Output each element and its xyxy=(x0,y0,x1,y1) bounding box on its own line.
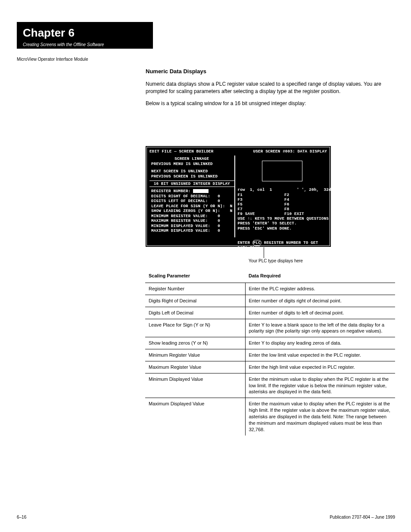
enter-prompt: ENTER PLC REGISTER NUMBER TO GET xyxy=(238,240,331,246)
dos-section-heading: 16 BIT UNSIGNED INTEGER DISPLAY xyxy=(149,180,234,187)
cursor-icon xyxy=(193,189,209,193)
dos-field: DIGITS LEFT OF DECIMAL: 0 xyxy=(151,199,233,204)
section-heading: Numeric Data Displays xyxy=(146,68,395,75)
table-row: Maximum Register ValueEnter the high lim… xyxy=(145,361,395,373)
dos-field: MAXIMUM DISPLAYED VALUE: 0 xyxy=(151,228,233,233)
table-row: Register NumberEnter the PLC register ad… xyxy=(145,283,395,295)
hint-line: PRESS 'ENTER' TO SELECT. xyxy=(238,221,331,226)
dos-left-panel: SCREEN LINKAGE PREVIOUS MENU IS UNLINKED… xyxy=(149,156,235,237)
dos-field: MAXIMUM REGISTER VALUE: 0 xyxy=(151,218,233,224)
table-row: Minimum Register ValueEnter the low limi… xyxy=(145,349,395,361)
table-row: Maximum Displayed ValueEnter the maximum… xyxy=(145,398,395,436)
intro-paragraph: Below is a typical scaling window for a … xyxy=(146,100,395,107)
fkey: F6 xyxy=(284,202,331,207)
dos-field: MINIMUM REGISTER VALUE: 0 xyxy=(151,214,233,219)
table-header: Data Required xyxy=(245,271,395,283)
param-description: Enter the PLC register address. xyxy=(245,283,395,295)
dos-field: SHOW LEADING ZEROS (Y OR N): N xyxy=(151,208,233,214)
param-name: Show leading zeros (Y or N) xyxy=(145,337,245,349)
page-number: 6–16 xyxy=(17,515,26,520)
param-name: Minimum Register Value xyxy=(145,349,245,361)
param-name: Digits Left of Decimal xyxy=(145,307,245,319)
fkey: F5 xyxy=(238,202,285,207)
enter-prompt: DATA FROM. xyxy=(238,246,331,251)
fkey: F7 xyxy=(238,207,285,212)
linkage-line: PREVIOUS MENU IS UNLINKED xyxy=(151,162,233,167)
plc-label: PLC xyxy=(252,240,262,246)
param-description: Enter the minimum value to display when … xyxy=(245,373,395,398)
hint-line: PRESS 'ESC' WHEN DONE. xyxy=(238,226,331,231)
position-readout: row 1, col 1 ' ', 20h, 32d xyxy=(238,187,331,193)
page-footer: 6–16 Publication 2707-804 – June 1999 xyxy=(17,515,395,520)
param-description: Enter the high limit value expected in P… xyxy=(245,361,395,373)
table-row: Minimum Displayed ValueEnter the minimum… xyxy=(145,373,395,398)
hint-line: USE ↑↓ KEYS TO MOVE BETWEEN QUESTIONS xyxy=(238,216,331,221)
table-header: Scaling Parameter xyxy=(145,271,245,283)
chapter-subtitle: Creating Screens with the Offline Softwa… xyxy=(23,42,147,47)
dos-title-right: USER SCREEN #003: DATA DISPLAY xyxy=(253,149,327,154)
chapter-number: Chapter 6 xyxy=(23,26,147,40)
param-name: Minimum Displayed Value xyxy=(145,373,245,398)
dos-screenshot: EDIT FILE — SCREEN BUILDER USER SCREEN #… xyxy=(145,146,331,247)
dos-field: MINIMUM DISPLAYED VALUE: 0 xyxy=(151,224,233,229)
preview-box xyxy=(262,161,302,181)
table-row: Digits Right of DecimalEnter number of d… xyxy=(145,295,395,307)
param-description: Enter number of digits to left of decima… xyxy=(245,307,395,319)
table-row: Show leading zeros (Y or N)Enter Y to di… xyxy=(145,337,395,349)
intro-paragraph: Numeric data displays show a PLC registe… xyxy=(146,81,395,96)
linkage-line: PREVIOUS SCREEN IS UNLINKED xyxy=(151,174,233,179)
linkage-line: NEXT SCREEN IS UNLINKED xyxy=(151,169,233,174)
param-description: Enter Y to leave a blank space to the le… xyxy=(245,319,395,337)
fkey: F4 xyxy=(284,197,331,202)
param-name: Digits Right of Decimal xyxy=(145,295,245,307)
param-description: Enter the maximum value to display when … xyxy=(245,398,395,436)
param-description: Enter Y to display any leading zeros of … xyxy=(245,337,395,349)
dos-field: DIGITS RIGHT OF DECIMAL: 0 xyxy=(151,194,233,199)
param-name: Maximum Register Value xyxy=(145,361,245,373)
linkage-heading: SCREEN LINKAGE xyxy=(151,156,233,162)
dos-right-panel: row 1, col 1 ' ', 20h, 32d F1F2 F3F4 F5F… xyxy=(235,156,334,237)
manual-title: MicroView Operator Interface Module xyxy=(17,57,88,62)
param-description: Enter number of digits right of decimal … xyxy=(245,295,395,307)
param-name: Maximum Displayed Value xyxy=(145,398,245,436)
publication-info: Publication 2707-804 – June 1999 xyxy=(330,515,395,520)
chapter-header: Chapter 6 Creating Screens with the Offl… xyxy=(17,22,153,49)
callout-leader-line xyxy=(264,247,264,258)
fkey: F1 xyxy=(238,193,285,197)
table-row: Leave Place for Sign (Y or N)Enter Y to … xyxy=(145,319,395,337)
dos-title-left: EDIT FILE — SCREEN BUILDER xyxy=(149,149,214,154)
param-name: Register Number xyxy=(145,283,245,295)
scaling-parameters-table: Scaling Parameter Data Required Register… xyxy=(145,271,395,436)
fkey: F10 EXIT xyxy=(284,212,331,216)
intro-section: Numeric Data Displays Numeric data displ… xyxy=(146,68,395,112)
dos-field: LEAVE PLACE FOR SIGN (Y OR N): N xyxy=(151,204,233,209)
fkey: F9 SAVE xyxy=(238,212,285,216)
dos-field: REGISTER NUMBER: xyxy=(151,189,233,194)
param-name: Leave Place for Sign (Y or N) xyxy=(145,319,245,337)
fkey: F2 xyxy=(284,193,331,197)
fkey: F3 xyxy=(238,197,285,202)
callout-text: Your PLC type displays here xyxy=(215,258,336,263)
fkey: F8 xyxy=(284,207,331,212)
table-row: Digits Left of DecimalEnter number of di… xyxy=(145,307,395,319)
param-description: Enter the low limit value expected in th… xyxy=(245,349,395,361)
